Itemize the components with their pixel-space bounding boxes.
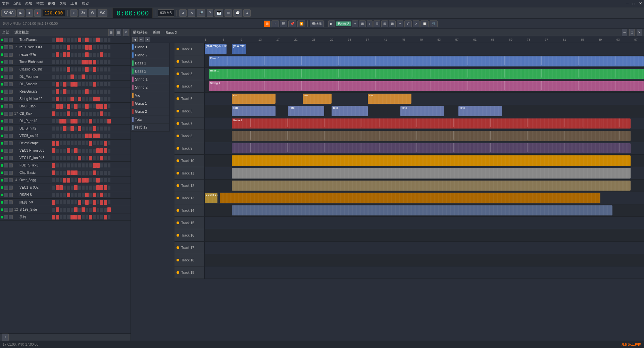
channel-solo-btn[interactable]	[9, 90, 13, 94]
pad[interactable]	[82, 156, 85, 160]
pad[interactable]	[78, 97, 81, 101]
clip-block[interactable]: [经典片段]不上 5119258	[205, 44, 227, 54]
pad[interactable]	[96, 170, 100, 175]
pad[interactable]	[104, 89, 107, 94]
pad[interactable]	[82, 74, 85, 79]
menu-help[interactable]: 帮助	[82, 1, 89, 6]
channel-mute-btn[interactable]	[4, 134, 8, 138]
pad[interactable]	[89, 126, 92, 131]
pad[interactable]	[93, 89, 96, 94]
pad[interactable]	[93, 193, 96, 197]
pad[interactable]	[56, 163, 59, 168]
pattern-del[interactable]: 🖊	[404, 20, 412, 27]
pad[interactable]	[52, 200, 55, 205]
track-name-cell[interactable]: Track 8	[175, 130, 205, 142]
pad[interactable]	[74, 52, 78, 57]
pad[interactable]	[59, 111, 63, 116]
channel-led[interactable]	[1, 142, 3, 145]
pad[interactable]	[67, 126, 70, 131]
channel-name[interactable]: VEC1 P_ion 043	[19, 156, 52, 160]
pad[interactable]	[96, 74, 100, 79]
pad[interactable]	[107, 185, 111, 190]
pad[interactable]	[52, 74, 55, 79]
pad[interactable]	[82, 104, 85, 109]
pad[interactable]	[52, 126, 55, 131]
channel-name[interactable]: Toxic Biohazard	[19, 60, 52, 64]
bass2-pattern[interactable]: Bass 2	[336, 21, 351, 26]
channel-solo-btn[interactable]	[9, 112, 13, 116]
pad[interactable]	[93, 104, 96, 109]
pad[interactable]	[89, 170, 92, 175]
pad[interactable]	[100, 52, 103, 57]
pad[interactable]	[70, 185, 74, 190]
channel-led[interactable]	[1, 105, 3, 108]
pad[interactable]	[89, 52, 92, 57]
pad[interactable]	[74, 111, 78, 116]
track-name-cell[interactable]: Track 13	[175, 192, 205, 204]
channel-name[interactable]: RSSH-8	[19, 193, 52, 197]
channel-mute-btn[interactable]	[4, 119, 8, 123]
pad[interactable]	[63, 38, 66, 42]
pad[interactable]	[96, 82, 100, 87]
pad[interactable]	[96, 178, 100, 183]
pad[interactable]	[82, 170, 85, 175]
song-mode-btn[interactable]: SONG	[1, 9, 16, 17]
track-name-cell[interactable]: Track 4	[175, 80, 205, 92]
pad[interactable]	[78, 52, 81, 57]
pad[interactable]	[59, 119, 63, 123]
channel-name[interactable]: DL_S_h #2	[19, 127, 52, 130]
channel-close-btn[interactable]: ✕	[123, 29, 129, 36]
pattern-sort[interactable]: ↕	[367, 20, 373, 27]
pad[interactable]	[85, 156, 89, 160]
pad[interactable]	[52, 141, 55, 146]
pattern-item[interactable]: String 1	[131, 75, 169, 83]
pad[interactable]	[63, 141, 66, 146]
pad[interactable]	[63, 119, 66, 123]
bpm-display[interactable]: 120.000	[42, 9, 65, 16]
pattern-item[interactable]: Bass 2	[131, 67, 169, 75]
pad[interactable]	[93, 60, 96, 64]
track-content[interactable]	[205, 167, 644, 179]
track-name-cell[interactable]: Track 10	[175, 155, 205, 167]
pad[interactable]	[85, 193, 89, 197]
pad[interactable]	[74, 163, 78, 168]
pad[interactable]	[70, 60, 74, 64]
pad[interactable]	[107, 141, 111, 146]
track-content[interactable]	[205, 130, 644, 142]
pad[interactable]	[59, 134, 63, 138]
pad[interactable]	[52, 207, 55, 212]
pad[interactable]	[59, 104, 63, 109]
channel-solo-btn[interactable]	[9, 149, 13, 153]
channel-solo-btn[interactable]	[9, 38, 13, 42]
pad[interactable]	[59, 89, 63, 94]
pad[interactable]	[52, 45, 55, 50]
pad[interactable]	[82, 200, 85, 205]
pad[interactable]	[70, 163, 74, 168]
pad[interactable]	[89, 45, 92, 50]
tracks-scroll[interactable]: Track 1[经典片段]不上 5119258[经典片段] 不上班 225119…	[175, 43, 644, 341]
pad[interactable]	[104, 126, 107, 131]
pad[interactable]	[100, 67, 103, 72]
pad[interactable]	[100, 185, 103, 190]
channel-mute-btn[interactable]	[4, 156, 8, 160]
pad[interactable]	[96, 119, 100, 123]
pad[interactable]	[56, 156, 59, 160]
pad[interactable]	[59, 52, 63, 57]
channel-name[interactable]: Over_3ogg	[19, 178, 52, 182]
pad[interactable]	[70, 207, 74, 212]
pad[interactable]	[89, 163, 92, 168]
track-content[interactable]	[205, 254, 644, 266]
pattern-item[interactable]: Piano 2	[131, 51, 169, 59]
pad[interactable]	[59, 60, 63, 64]
pad[interactable]	[107, 119, 111, 123]
channel-led[interactable]	[1, 98, 3, 100]
channel-mute-btn[interactable]	[4, 163, 8, 167]
pattern-copy[interactable]: ⊞	[381, 20, 388, 27]
pad[interactable]	[63, 163, 66, 168]
channel-led[interactable]	[1, 157, 3, 159]
pad[interactable]	[52, 148, 55, 153]
pad[interactable]	[74, 97, 78, 101]
pad[interactable]	[96, 215, 100, 219]
pad[interactable]	[70, 170, 74, 175]
pad[interactable]	[56, 215, 59, 219]
